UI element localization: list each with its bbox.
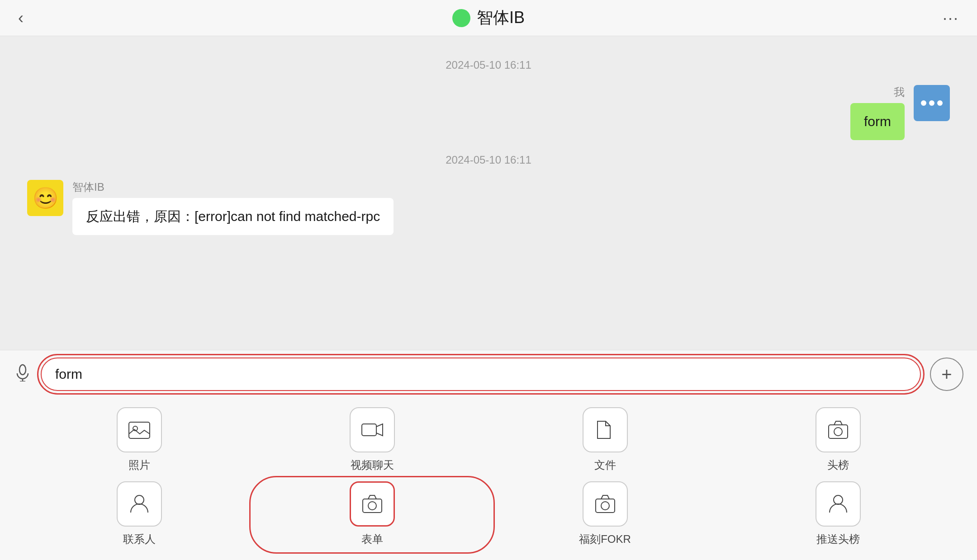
- form-icon-box: [350, 481, 395, 527]
- svg-point-0: [19, 365, 26, 375]
- tool-photos[interactable]: 照片: [27, 407, 251, 472]
- plus-icon: +: [941, 364, 952, 385]
- svg-rect-6: [829, 425, 848, 438]
- contacts-icon-box: [117, 481, 162, 527]
- leaderboard-icon-box: [816, 481, 861, 527]
- bot-message-bubble: 反应出错，原因：[error]can not find matched-rpc: [72, 198, 394, 235]
- tool-fokr[interactable]: 福刻FOKR: [493, 481, 717, 546]
- tool-contacts[interactable]: 联系人: [27, 481, 251, 546]
- video-icon-box: [350, 407, 395, 452]
- svg-point-12: [601, 502, 609, 510]
- tool-avatar[interactable]: 头榜: [726, 407, 950, 472]
- bot-message-content: 智体IB 反应出错，原因：[error]can not find matched…: [63, 180, 394, 235]
- fokr-icon-box: [583, 481, 628, 527]
- timestamp-2: 2024-05-10 16:11: [27, 154, 950, 166]
- more-button[interactable]: ···: [943, 9, 959, 28]
- chat-title: 智体IB: [477, 7, 525, 29]
- header: ‹ 智体IB ···: [0, 0, 977, 36]
- header-center: 智体IB: [452, 7, 525, 29]
- message-input[interactable]: [41, 358, 921, 391]
- tool-files[interactable]: 文件: [493, 407, 717, 472]
- chat-area: 2024-05-10 16:11 我 form 2024-05-10 16:11…: [0, 36, 977, 350]
- fokr-label: 福刻FOKR: [579, 532, 631, 546]
- tool-panel: 照片 视频聊天 文件 头榜 联系人 表单: [0, 398, 977, 560]
- files-label: 文件: [594, 458, 616, 472]
- back-button[interactable]: ‹: [18, 9, 24, 28]
- files-icon-box: [583, 407, 628, 452]
- tool-video-chat[interactable]: 视频聊天: [260, 407, 484, 472]
- svg-rect-9: [363, 499, 382, 513]
- message-row-bot: 😊 智体IB 反应出错，原因：[error]can not find match…: [27, 180, 950, 235]
- voice-button[interactable]: [14, 363, 32, 386]
- my-message-bubble: form: [850, 103, 905, 140]
- text-input-wrapper: [41, 358, 921, 391]
- video-chat-label: 视频聊天: [351, 458, 394, 472]
- svg-rect-11: [596, 499, 615, 513]
- photos-icon-box: [117, 407, 162, 452]
- input-area: +: [0, 350, 977, 398]
- svg-point-8: [135, 495, 144, 504]
- my-message-content: 我 form: [850, 85, 914, 140]
- my-avatar: [914, 85, 950, 121]
- leaderboard-label: 推送头榜: [816, 532, 860, 546]
- bot-sender-name: 智体IB: [72, 180, 394, 194]
- form-label: 表单: [361, 532, 383, 546]
- svg-point-10: [368, 502, 376, 510]
- svg-point-13: [834, 495, 843, 504]
- tool-leaderboard[interactable]: 推送头榜: [726, 481, 950, 546]
- my-sender-name: 我: [850, 85, 905, 99]
- svg-point-7: [834, 428, 842, 436]
- tool-form[interactable]: 表单: [260, 481, 484, 546]
- avatar-label: 头榜: [827, 458, 849, 472]
- timestamp-1: 2024-05-10 16:11: [27, 59, 950, 71]
- svg-rect-5: [362, 424, 376, 436]
- add-button[interactable]: +: [930, 358, 963, 391]
- contacts-label: 联系人: [123, 532, 156, 546]
- svg-rect-3: [129, 422, 150, 438]
- photos-label: 照片: [128, 458, 150, 472]
- bot-avatar: 😊: [27, 180, 63, 216]
- message-row-sent: 我 form: [27, 85, 950, 140]
- avatar-icon-box: [816, 407, 861, 452]
- contact-avatar: [452, 9, 470, 27]
